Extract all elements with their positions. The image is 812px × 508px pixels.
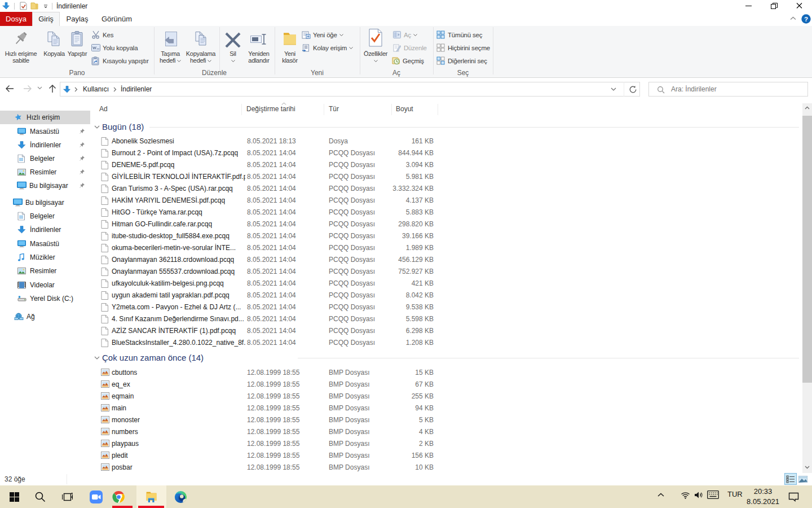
svg-text:?: ? bbox=[804, 16, 808, 23]
